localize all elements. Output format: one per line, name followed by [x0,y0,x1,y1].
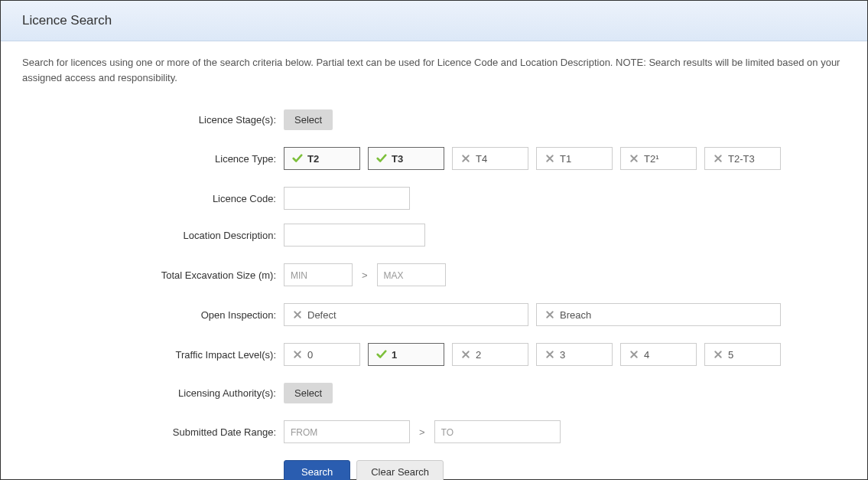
traffic-impact-chips-chip-4[interactable]: 4 [620,343,697,366]
label-submitted-date: Submitted Date Range: [22,426,284,438]
chip-label: T2-T3 [728,153,755,165]
chip-label: T3 [392,153,403,165]
chip-label: T1 [560,153,571,165]
page-container: Licence Search Search for licences using… [0,0,868,480]
open-inspection-chips-chip-1[interactable]: Breach [536,303,781,326]
traffic-impact-chips-chip-3[interactable]: 3 [536,343,613,366]
intro-text: Search for licences using one or more of… [1,41,867,88]
x-icon [545,349,555,360]
x-icon [545,309,555,320]
label-licence-type: Licence Type: [22,153,284,165]
search-button[interactable]: Search [284,460,350,480]
x-icon [629,349,639,360]
open-inspection-chips: DefectBreach [284,303,781,326]
x-icon [292,349,303,360]
x-icon [713,153,723,164]
licence-type-chips-chip-1[interactable]: T3 [368,147,444,170]
traffic-impact-chips-chip-1[interactable]: 1 [368,343,444,366]
licence-type-chips-chip-4[interactable]: T2¹ [620,147,697,170]
traffic-impact-chips-chip-0[interactable]: 0 [284,343,360,366]
chip-label: Breach [560,309,591,321]
chip-label: T4 [476,153,487,165]
licence-code-input[interactable] [284,187,410,210]
licence-stage-select-button[interactable]: Select [284,109,333,130]
x-icon [629,153,639,164]
licence-type-chips: T2T3T4T1T2¹T2-T3 [284,147,781,170]
row-licence-stage: Licence Stage(s): Select [22,109,846,130]
licensing-authority-select-button[interactable]: Select [284,383,333,403]
page-header: Licence Search [1,1,867,41]
chip-label: T2 [307,153,319,165]
clear-search-button[interactable]: Clear Search [356,460,444,480]
x-icon [292,309,303,320]
check-icon [376,153,387,164]
label-traffic-impact: Traffic Impact Level(s): [22,349,284,361]
x-icon [545,153,555,164]
chip-label: 1 [392,349,397,361]
excavation-max-input[interactable] [377,263,446,286]
chip-label: Defect [307,309,336,321]
row-licence-code: Licence Code: [22,187,846,210]
check-icon [376,349,387,360]
chip-label: 0 [307,349,313,361]
row-licence-type: Licence Type: T2T3T4T1T2¹T2-T3 [22,147,846,170]
traffic-impact-chips-chip-5[interactable]: 5 [704,343,781,366]
submitted-range-separator: > [418,426,427,438]
chip-label: 2 [476,349,481,361]
licence-type-chips-chip-2[interactable]: T4 [452,147,528,170]
x-icon [460,153,471,164]
page-title: Licence Search [22,13,846,28]
open-inspection-chips-chip-0[interactable]: Defect [284,303,528,326]
label-open-inspection: Open Inspection: [22,309,284,321]
x-icon [713,349,723,360]
row-excavation-size: Total Excavation Size (m): > [22,263,846,286]
location-description-input[interactable] [284,224,425,247]
label-location-description: Location Description: [22,230,284,241]
licence-type-chips-chip-0[interactable]: T2 [284,147,360,170]
row-traffic-impact: Traffic Impact Level(s): 012345 [22,343,846,366]
row-location-description: Location Description: [22,224,846,247]
search-form: Licence Stage(s): Select Licence Type: T… [1,88,867,480]
label-licence-code: Licence Code: [22,193,284,204]
label-licensing-authority: Licensing Authority(s): [22,387,284,399]
excavation-range-separator: > [360,269,369,281]
traffic-impact-chips-chip-2[interactable]: 2 [452,343,528,366]
submitted-to-input[interactable] [434,420,561,443]
licence-type-chips-chip-3[interactable]: T1 [536,147,613,170]
chip-label: 5 [728,349,733,361]
chip-label: 3 [560,349,565,361]
excavation-min-input[interactable] [284,263,353,286]
row-licensing-authority: Licensing Authority(s): Select [22,383,846,403]
chip-label: 4 [644,349,649,361]
licence-type-chips-chip-5[interactable]: T2-T3 [704,147,781,170]
row-open-inspection: Open Inspection: DefectBreach [22,303,846,326]
check-icon [292,153,303,164]
x-icon [460,349,471,360]
traffic-impact-chips: 012345 [284,343,781,366]
label-excavation-size: Total Excavation Size (m): [22,269,284,281]
row-actions: Search Clear Search [22,460,846,480]
submitted-from-input[interactable] [284,420,410,443]
chip-label: T2¹ [644,153,659,165]
label-licence-stage: Licence Stage(s): [22,114,284,126]
row-submitted-date: Submitted Date Range: > [22,420,846,443]
